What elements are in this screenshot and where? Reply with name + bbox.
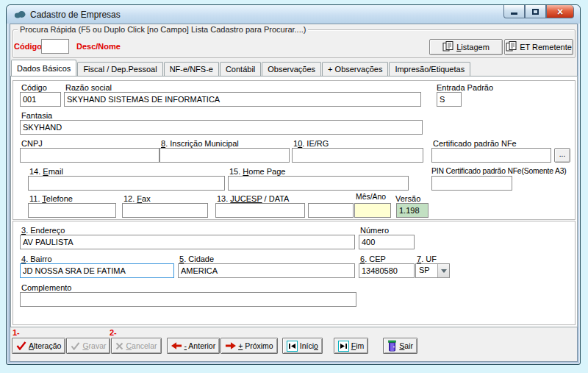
email-label: 14. Email <box>29 167 63 176</box>
endereco-label: 3. Endereço <box>21 226 65 235</box>
listagem-label: Listagem <box>456 43 490 51</box>
codigo-input[interactable] <box>20 92 61 107</box>
chevron-down-icon[interactable] <box>437 264 449 277</box>
numero-input[interactable] <box>359 235 415 249</box>
tab-dados-basicos[interactable]: Dados Básicos <box>11 60 76 76</box>
fim-label: Fim <box>351 341 365 350</box>
complemento-label: Complemento <box>21 283 71 292</box>
fantasia-input[interactable] <box>20 120 423 135</box>
check-icon <box>16 341 26 350</box>
tab-nfe-nfse[interactable]: NF-e/NFS-e <box>164 62 219 76</box>
uf-select[interactable]: SP <box>415 263 450 278</box>
razao-social-input[interactable] <box>64 92 421 107</box>
tab-bar: Dados Básicos Fiscal / Dep.Pessoal NF-e/… <box>11 60 471 76</box>
entrada-padrao-input[interactable] <box>437 92 462 107</box>
tab-mais-observacoes[interactable]: + Observações <box>322 62 388 76</box>
tab-contabil[interactable]: Contábil <box>220 62 261 76</box>
cnpj-input[interactable] <box>20 148 159 163</box>
complemento-input[interactable] <box>20 292 356 307</box>
email-input[interactable] <box>28 176 225 191</box>
codigo-search-label: Código <box>14 42 42 51</box>
close-icon: × <box>557 7 563 17</box>
inicio-label: Início <box>300 341 318 350</box>
maximize-button[interactable] <box>525 5 546 18</box>
anterior-button[interactable]: - Anterior <box>167 338 220 354</box>
quick-search-label: Procura Rápida (F5 ou Duplo Click [no Ca… <box>18 25 308 34</box>
versao-value <box>396 203 429 218</box>
arrow-left-icon <box>171 342 182 349</box>
entrada-padrao-label: Entrada Padrão <box>437 83 493 92</box>
fim-button[interactable]: Fim <box>334 338 369 354</box>
bairro-input[interactable] <box>20 263 174 278</box>
cidade-label: 5. Cidade <box>179 255 214 263</box>
et-remetente-label: ET Remetente <box>520 43 572 51</box>
desc-nome-label: Desc/Nome <box>76 42 121 51</box>
inscricao-municipal-label: 8. Inscrição Municipal <box>161 139 239 148</box>
uf-label: 7. UF <box>417 255 437 263</box>
address-panel: 3. Endereço Número 4. Bairro 5. Cidade 6… <box>12 221 576 325</box>
codigo-label: Código <box>21 83 47 92</box>
ie-rg-input[interactable] <box>292 148 423 163</box>
home-page-label: 15. Home Page <box>229 167 285 176</box>
proximo-button[interactable]: + Próximo <box>220 338 278 354</box>
gravar-label: Gravar <box>82 341 106 350</box>
window-title: Cadastro de Empresas <box>30 10 121 20</box>
razao-social-label: Razão social <box>65 83 112 92</box>
cep-input[interactable] <box>359 263 415 278</box>
alteracao-button[interactable]: Alteração <box>12 338 65 354</box>
home-page-input[interactable] <box>228 176 409 191</box>
gravar-button[interactable]: Gravar <box>66 338 110 354</box>
skip-to-start-icon <box>287 341 298 352</box>
cancelar-label: Cancelar <box>126 341 157 350</box>
inicio-button[interactable]: Início <box>282 338 323 354</box>
fax-label: 12. Fax <box>123 194 151 203</box>
minimize-icon <box>511 13 517 15</box>
pin-certificado-input[interactable] <box>431 176 512 191</box>
cidade-input[interactable] <box>178 263 355 278</box>
sair-button[interactable]: Sair <box>383 338 417 354</box>
app-cloud-icon <box>14 10 26 18</box>
arrow-right-icon <box>225 342 236 349</box>
sair-label: Sair <box>399 341 413 350</box>
cancelar-button[interactable]: Cancelar <box>111 338 161 354</box>
tab-fiscal-dep-pessoal[interactable]: Fiscal / Dep.Pessoal <box>77 62 162 76</box>
skip-to-end-icon <box>338 341 349 352</box>
title-bar[interactable]: Cadastro de Empresas × <box>7 5 580 24</box>
codigo-search-input[interactable] <box>41 39 69 54</box>
pin-certificado-label: PIN Certificado padrão NFe(Somente A3) <box>431 167 567 175</box>
tab-impressao-etiquetas[interactable]: Impresão/Etiquetas <box>389 62 470 76</box>
uf-value: SP <box>416 264 437 277</box>
footer-mark-2: 2- <box>110 328 117 337</box>
certificado-nfe-input[interactable] <box>431 148 551 163</box>
fantasia-label: Fantasia <box>21 111 52 120</box>
client-area: Procura Rápida (F5 ou Duplo Click [no Ca… <box>10 24 578 362</box>
report-pages-icon <box>442 41 453 53</box>
cnpj-label: CNPJ <box>21 139 43 148</box>
report-pages-icon <box>506 41 517 53</box>
cep-label: 6. CEP <box>360 255 386 263</box>
certificado-browse-button[interactable]: ... <box>554 148 570 163</box>
identification-panel: Código Razão social Entrada Padrão Fanta… <box>12 80 576 220</box>
close-button[interactable]: × <box>546 5 574 18</box>
proximo-label: + Próximo <box>238 341 273 350</box>
versao-label: Versão <box>395 194 420 203</box>
app-window: Cadastro de Empresas × Procura Rápida (F… <box>6 4 581 365</box>
fax-input[interactable] <box>122 203 208 218</box>
mes-ano-input[interactable] <box>354 203 391 218</box>
anterior-label: - Anterior <box>184 341 216 350</box>
bairro-label: 4. Bairro <box>21 255 52 263</box>
telefone-label: 11. Telefone <box>29 194 73 203</box>
endereco-input[interactable] <box>20 235 355 249</box>
tab-observacoes[interactable]: Observações <box>262 62 321 76</box>
exit-door-icon <box>387 340 397 352</box>
jucesp-data-input[interactable] <box>308 203 354 218</box>
jucesp-input[interactable] <box>215 203 305 218</box>
certificado-nfe-label: Certificado padrão NFe <box>433 139 517 148</box>
listagem-button[interactable]: Listagem <box>429 39 503 55</box>
inscricao-municipal-input[interactable] <box>159 148 290 163</box>
et-remetente-button[interactable]: ET Remetente <box>504 39 573 55</box>
numero-label: Número <box>360 226 389 235</box>
maximize-icon <box>532 9 539 15</box>
telefone-input[interactable] <box>28 203 116 218</box>
minimize-button[interactable] <box>503 5 525 18</box>
